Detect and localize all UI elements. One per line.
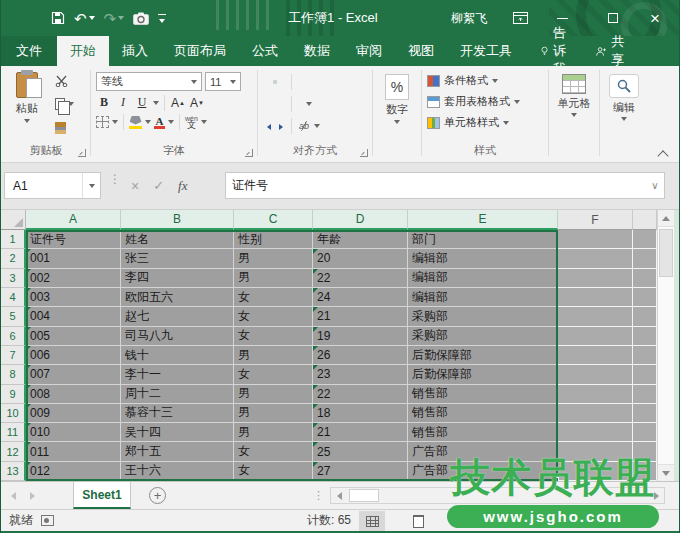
cell-F9[interactable]	[558, 385, 633, 404]
phonetic-guide-button[interactable]: wén文	[185, 116, 198, 128]
cell-D7[interactable]: 26	[313, 346, 408, 365]
save-button[interactable]	[51, 11, 65, 25]
normal-view-button[interactable]	[359, 511, 385, 531]
editing-button[interactable]: 编辑	[601, 70, 647, 121]
italic-button[interactable]: I	[115, 94, 131, 111]
cell-E13[interactable]: 广告部	[408, 462, 558, 481]
horizontal-scrollbar[interactable]	[330, 487, 665, 504]
cell-A1[interactable]: 证件号	[26, 230, 121, 249]
name-box-dropdown-icon[interactable]	[89, 184, 95, 188]
cell-D10[interactable]: 18	[313, 404, 408, 423]
tab-file[interactable]: 文件	[1, 36, 57, 66]
font-dialog-launcher-icon[interactable]	[245, 149, 253, 157]
font-size-dropdown-icon[interactable]	[230, 80, 236, 84]
cell-E1[interactable]: 部门	[408, 230, 558, 249]
font-size-select[interactable]: 11	[205, 72, 241, 91]
vertical-scroll-thumb[interactable]	[659, 229, 673, 277]
sheet-tab-sheet1[interactable]: Sheet1	[73, 482, 131, 509]
cell-E5[interactable]: 采购部	[408, 307, 558, 326]
cell-A6[interactable]: 005	[26, 327, 121, 346]
col-header-E[interactable]: E	[408, 210, 558, 230]
tab-view[interactable]: 视图	[395, 36, 447, 66]
cell-styles-button[interactable]: 单元格样式	[423, 112, 547, 133]
cell-D12[interactable]: 25	[313, 442, 408, 461]
cell-C3[interactable]: 男	[234, 269, 313, 288]
cell-C8[interactable]: 女	[234, 365, 313, 384]
align-top-button[interactable]	[265, 80, 269, 84]
cell-E8[interactable]: 后勤保障部	[408, 365, 558, 384]
font-color-dropdown-icon[interactable]	[168, 120, 174, 124]
close-button[interactable]: ×	[644, 0, 666, 36]
row-header-8[interactable]: 8	[1, 365, 26, 384]
phonetic-dropdown-icon[interactable]	[201, 120, 207, 124]
wrap-text-button[interactable]	[298, 80, 302, 84]
borders-icon[interactable]	[96, 116, 109, 128]
cell-D9[interactable]: 22	[313, 385, 408, 404]
tab-page-layout[interactable]: 页面布局	[161, 36, 239, 66]
cell-D13[interactable]: 27	[313, 462, 408, 481]
share-button[interactable]: 共享	[588, 36, 637, 66]
paste-dropdown-icon[interactable]	[24, 119, 30, 123]
cell-F13[interactable]	[558, 462, 633, 481]
number-dropdown-icon[interactable]	[394, 120, 400, 124]
row-header-10[interactable]: 10	[1, 404, 26, 423]
orientation-dropdown-icon[interactable]	[314, 124, 320, 128]
cell-B2[interactable]: 张三	[121, 249, 234, 268]
cell-B3[interactable]: 李四	[121, 269, 234, 288]
page-layout-view-button[interactable]	[405, 511, 431, 531]
tab-formulas[interactable]: 公式	[239, 36, 291, 66]
scroll-right-button[interactable]	[648, 488, 664, 503]
formula-expand-icon[interactable]: ∨	[646, 180, 664, 191]
ribbon-display-options-button[interactable]	[509, 0, 531, 36]
collapse-ribbon-icon[interactable]	[659, 150, 669, 156]
macro-record-icon[interactable]	[41, 515, 54, 526]
scroll-left-button[interactable]	[331, 488, 347, 503]
cell-E10[interactable]: 销售部	[408, 404, 558, 423]
select-all-corner[interactable]	[1, 210, 26, 230]
col-header-D[interactable]: D	[313, 210, 408, 230]
cell-B7[interactable]: 钱十	[121, 346, 234, 365]
cells-button[interactable]: 单元格	[550, 70, 598, 117]
row-header-13[interactable]: 13	[1, 462, 26, 481]
maximize-button[interactable]	[602, 0, 624, 36]
row-header-9[interactable]: 9	[1, 385, 26, 404]
tab-developer[interactable]: 开发工具	[447, 36, 525, 66]
font-color-button[interactable]: A	[154, 116, 165, 129]
cell-A13[interactable]: 012	[26, 462, 121, 481]
cell-B13[interactable]: 王十六	[121, 462, 234, 481]
cell-B1[interactable]: 姓名	[121, 230, 234, 249]
cell-D5[interactable]: 21	[313, 307, 408, 326]
fill-color-button[interactable]	[129, 116, 142, 129]
align-center-button[interactable]	[273, 102, 277, 106]
cell-A5[interactable]: 004	[26, 307, 121, 326]
cell-D2[interactable]: 20	[313, 249, 408, 268]
align-middle-button[interactable]	[273, 80, 277, 84]
cell-C2[interactable]: 男	[234, 249, 313, 268]
orientation-button[interactable]: ab	[298, 121, 310, 131]
alignment-dialog-launcher-icon[interactable]	[360, 149, 368, 157]
cell-E6[interactable]: 采购部	[408, 327, 558, 346]
col-header-B[interactable]: B	[121, 210, 234, 230]
zoom-level[interactable]: 100%	[614, 510, 645, 531]
prev-sheet-icon[interactable]	[11, 492, 16, 500]
cell-B5[interactable]: 赵七	[121, 307, 234, 326]
next-sheet-icon[interactable]	[30, 492, 35, 500]
row-header-3[interactable]: 3	[1, 269, 26, 288]
increase-indent-button[interactable]	[277, 118, 285, 134]
redo-button[interactable]: ↷	[104, 11, 125, 26]
cell-F7[interactable]	[558, 346, 633, 365]
name-box[interactable]: A1	[4, 172, 101, 199]
cell-D11[interactable]: 21	[313, 423, 408, 442]
cell-F8[interactable]	[558, 365, 633, 384]
fill-color-dropdown-icon[interactable]	[145, 120, 151, 124]
cell-F6[interactable]	[558, 327, 633, 346]
cell-F10[interactable]	[558, 404, 633, 423]
row-header-12[interactable]: 12	[1, 442, 26, 461]
customize-qat-button[interactable]	[158, 14, 166, 23]
cell-B4[interactable]: 欧阳五六	[121, 288, 234, 307]
bold-button[interactable]: B	[96, 94, 112, 111]
cell-D8[interactable]: 23	[313, 365, 408, 384]
user-name[interactable]: 柳絮飞	[451, 0, 487, 36]
cell-E11[interactable]: 销售部	[408, 423, 558, 442]
borders-dropdown-icon[interactable]	[112, 120, 118, 124]
